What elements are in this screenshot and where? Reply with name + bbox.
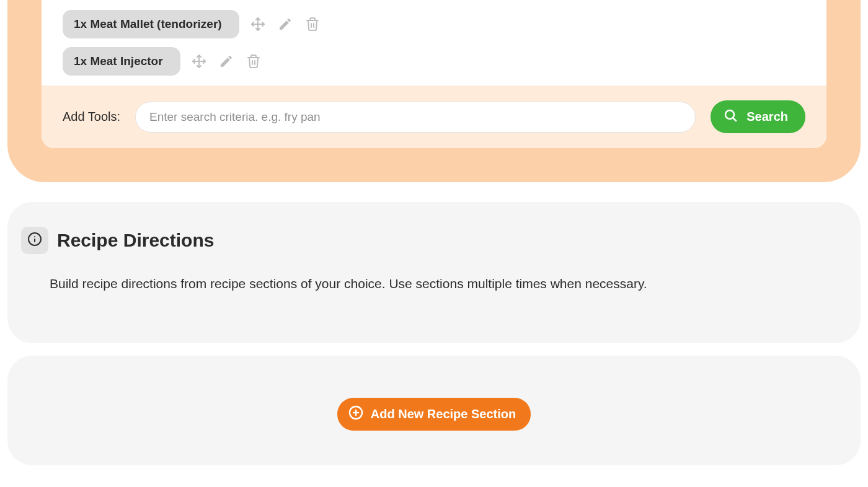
tools-card: 1x Meat Mallet (tendorizer) 1x Meat xyxy=(42,0,826,148)
tool-chip[interactable]: 1x Meat Injector xyxy=(63,47,180,76)
move-icon[interactable] xyxy=(249,15,267,33)
directions-card: Recipe Directions Build recipe direction… xyxy=(7,202,861,343)
directions-header: Recipe Directions xyxy=(21,227,832,254)
tool-search-input[interactable] xyxy=(135,102,696,133)
tool-search-button[interactable]: Search xyxy=(711,100,805,133)
add-section-label: Add New Recipe Section xyxy=(371,407,516,421)
edit-icon[interactable] xyxy=(277,15,294,33)
directions-description: Build recipe directions from recipe sect… xyxy=(50,276,832,291)
delete-icon[interactable] xyxy=(304,15,321,33)
edit-icon[interactable] xyxy=(218,53,235,70)
tool-label: 1x Meat Mallet (tendorizer) xyxy=(74,17,222,31)
info-button[interactable] xyxy=(21,227,48,254)
tool-label: 1x Meat Injector xyxy=(74,55,163,68)
tool-row: 1x Meat Mallet (tendorizer) xyxy=(63,10,805,38)
add-section-card: Add New Recipe Section xyxy=(7,356,861,465)
info-icon xyxy=(27,232,42,249)
delete-icon[interactable] xyxy=(245,53,262,70)
add-tools-bar: Add Tools: Search xyxy=(42,86,826,148)
search-icon xyxy=(723,108,738,126)
add-tools-label: Add Tools: xyxy=(63,110,120,124)
directions-title: Recipe Directions xyxy=(57,230,214,251)
tool-row: 1x Meat Injector xyxy=(63,47,805,76)
add-recipe-section-button[interactable]: Add New Recipe Section xyxy=(337,398,531,431)
tool-chip[interactable]: 1x Meat Mallet (tendorizer) xyxy=(63,10,239,38)
search-button-label: Search xyxy=(746,110,788,124)
move-icon[interactable] xyxy=(190,53,208,70)
tools-list: 1x Meat Mallet (tendorizer) 1x Meat xyxy=(42,0,826,86)
plus-circle-icon xyxy=(348,405,363,423)
svg-line-7 xyxy=(733,118,736,121)
tools-section-outer: 1x Meat Mallet (tendorizer) 1x Meat xyxy=(7,0,861,182)
